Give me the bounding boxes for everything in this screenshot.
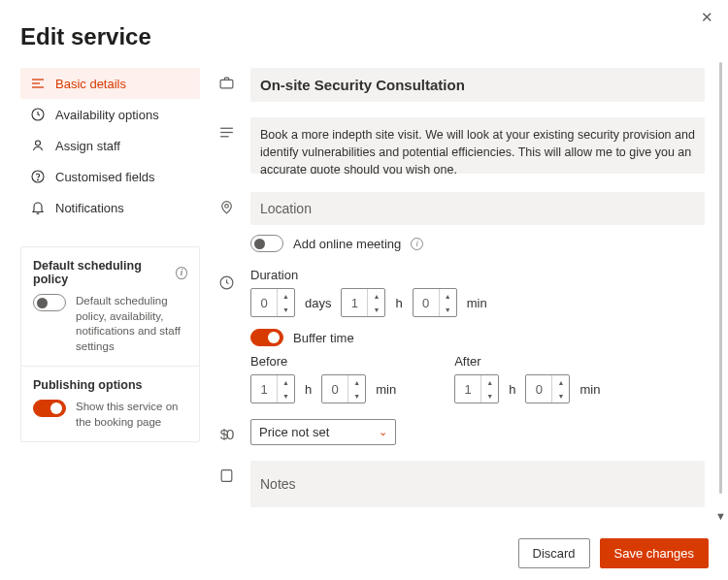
info-icon[interactable]: i (411, 238, 423, 250)
publishing-options-card: Publishing options Show this service on … (21, 366, 199, 441)
svg-rect-13 (221, 469, 232, 481)
scheduling-policy-card: Default scheduling policy i Default sche… (21, 247, 199, 366)
close-icon[interactable]: ✕ (701, 10, 716, 25)
location-input[interactable] (250, 192, 705, 225)
duration-hours-stepper[interactable]: ▲▼ (341, 288, 385, 317)
save-button[interactable]: Save changes (600, 538, 709, 568)
notes-input[interactable] (250, 461, 705, 507)
nav-customised-fields[interactable]: Customised fields (20, 161, 200, 192)
card-title: Default scheduling policy (33, 259, 170, 286)
info-icon[interactable]: i (176, 267, 187, 279)
question-icon (30, 169, 46, 184)
nav-label: Notifications (55, 201, 124, 215)
briefcase-icon (217, 74, 235, 91)
nav-availability-options[interactable]: Availability options (20, 99, 200, 130)
card-desc: Default scheduling policy, availability,… (76, 294, 187, 354)
nav-notifications[interactable]: Notifications (20, 192, 200, 223)
nav-basic-details[interactable]: Basic details (20, 68, 200, 99)
online-meeting-toggle[interactable] (250, 235, 283, 252)
chevron-down-icon[interactable]: ▼ (715, 510, 726, 522)
buffer-after-label: After (454, 354, 600, 369)
buffer-time-toggle[interactable] (250, 329, 283, 346)
buffer-before-label: Before (250, 354, 396, 369)
nav-assign-staff[interactable]: Assign staff (20, 130, 200, 161)
online-meeting-label: Add online meeting (293, 237, 401, 251)
location-icon (217, 198, 235, 215)
notes-icon (217, 467, 235, 484)
footer: Discard Save changes (0, 527, 728, 580)
publishing-toggle[interactable] (33, 400, 66, 417)
card-title: Publishing options (33, 378, 143, 392)
buffer-after-min-stepper[interactable]: ▲▼ (525, 374, 570, 403)
buffer-before-h-stepper[interactable]: ▲▼ (250, 374, 295, 403)
scrollbar[interactable] (719, 62, 722, 506)
svg-rect-7 (220, 80, 233, 88)
card-desc: Show this service on the booking page (76, 400, 187, 430)
nav-label: Customised fields (55, 170, 155, 184)
price-select[interactable]: Price not set ⌄ (250, 419, 396, 445)
buffer-time-label: Buffer time (293, 331, 354, 345)
page-title: Edit service (0, 0, 728, 68)
service-description-input[interactable]: Book a more indepth site visit. We will … (250, 117, 705, 174)
buffer-before-min-stepper[interactable]: ▲▼ (321, 374, 366, 403)
description-icon (217, 123, 235, 141)
duration-label: Duration (250, 268, 705, 282)
nav-label: Basic details (55, 77, 126, 91)
buffer-after-h-stepper[interactable]: ▲▼ (454, 374, 499, 403)
person-icon (30, 138, 46, 153)
discard-button[interactable]: Discard (518, 538, 590, 568)
lines-icon (30, 76, 46, 91)
nav-label: Assign staff (55, 139, 120, 153)
nav-label: Availability options (55, 108, 159, 122)
clock-icon (217, 274, 235, 291)
price-icon: $0 (217, 425, 235, 442)
svg-point-11 (224, 204, 228, 208)
svg-point-4 (36, 141, 41, 145)
scheduling-policy-toggle[interactable] (33, 294, 66, 311)
service-title-input[interactable] (250, 68, 705, 102)
chevron-down-icon: ⌄ (379, 426, 387, 438)
duration-days-stepper[interactable]: ▲▼ (250, 288, 295, 317)
form-main: Book a more indepth site visit. We will … (200, 68, 728, 512)
svg-point-6 (38, 179, 39, 180)
bell-icon (30, 200, 46, 215)
duration-mins-stepper[interactable]: ▲▼ (413, 288, 457, 317)
sidebar: Basic details Availability options Assig… (20, 68, 200, 512)
clock-icon (30, 107, 46, 122)
